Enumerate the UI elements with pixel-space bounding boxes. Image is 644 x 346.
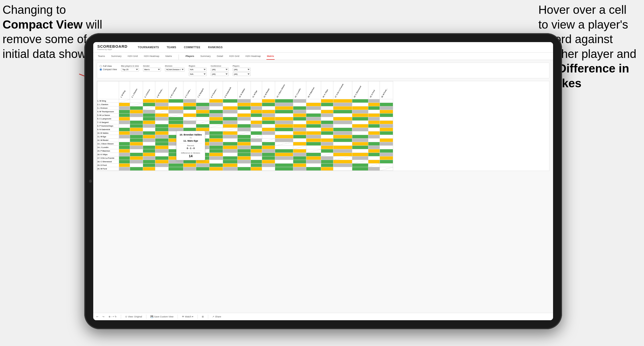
matrix-cell-5-15[interactable] <box>321 117 333 121</box>
matrix-cell-19-9[interactable] <box>238 167 251 171</box>
matrix-cell-4-17[interactable] <box>352 114 368 117</box>
matrix-cell-1-16[interactable] <box>333 103 352 106</box>
matrix-cell-17-16[interactable] <box>333 160 352 164</box>
matrix-cell-6-4[interactable] <box>169 121 183 124</box>
matrix-cell-5-3[interactable] <box>155 117 169 121</box>
matrix-cell-6-19[interactable] <box>380 121 393 124</box>
matrix-cell-1-18[interactable] <box>368 103 380 106</box>
matrix-cell-1-9[interactable] <box>238 103 251 106</box>
matrix-cell-15-0[interactable] <box>119 153 130 156</box>
matrix-cell-12-10[interactable] <box>251 142 262 146</box>
matrix-cell-18-7[interactable] <box>209 164 223 167</box>
matrix-cell-7-1[interactable] <box>130 124 143 128</box>
sub-tab-summary2[interactable]: Summary <box>200 54 211 60</box>
matrix-cell-9-16[interactable] <box>333 131 352 135</box>
matrix-cell-17-19[interactable] <box>380 160 393 164</box>
matrix-cell-7-12[interactable] <box>275 124 293 128</box>
matrix-cell-5-8[interactable] <box>223 117 238 121</box>
matrix-cell-10-1[interactable] <box>130 135 143 139</box>
matrix-cell-7-16[interactable] <box>333 124 352 128</box>
matrix-cell-6-13[interactable] <box>293 121 306 124</box>
matrix-cell-10-11[interactable] <box>262 135 275 139</box>
matrix-cell-9-9[interactable] <box>238 131 251 135</box>
matrix-cell-17-1[interactable] <box>130 160 143 164</box>
matrix-cell-14-15[interactable] <box>321 149 333 153</box>
matrix-cell-19-18[interactable] <box>368 167 380 171</box>
matrix-cell-1-10[interactable] <box>251 103 262 106</box>
matrix-cell-19-7[interactable] <box>209 167 223 171</box>
matrix-cell-18-17[interactable] <box>352 164 368 167</box>
matrix-cell-10-10[interactable] <box>251 135 262 139</box>
matrix-cell-0-4[interactable] <box>169 99 183 103</box>
matrix-cell-3-6[interactable] <box>196 110 209 114</box>
matrix-cell-10-13[interactable] <box>293 135 306 139</box>
matrix-cell-14-12[interactable] <box>275 149 293 153</box>
matrix-cell-6-7[interactable] <box>209 121 223 124</box>
matrix-cell-6-14[interactable] <box>306 121 321 124</box>
matrix-cell-4-8[interactable] <box>223 114 238 117</box>
sub-tab-teams[interactable]: Teams <box>97 54 106 60</box>
matrix-cell-7-2[interactable] <box>143 124 155 128</box>
gender-select[interactable]: Men's <box>143 68 161 71</box>
matrix-cell-4-3[interactable] <box>155 114 169 117</box>
matrix-cell-17-11[interactable] <box>262 160 275 164</box>
matrix-cell-1-15[interactable] <box>321 103 333 106</box>
matrix-cell-4-10[interactable] <box>251 114 262 117</box>
matrix-cell-2-6[interactable] <box>196 106 209 110</box>
matrix-cell-8-12[interactable] <box>275 128 293 131</box>
matrix-cell-8-10[interactable] <box>251 128 262 131</box>
matrix-cell-15-13[interactable] <box>293 153 306 156</box>
matrix-cell-14-18[interactable] <box>368 149 380 153</box>
matrix-cell-12-1[interactable] <box>130 142 143 146</box>
matrix-cell-13-17[interactable] <box>352 146 368 149</box>
matrix-cell-11-12[interactable] <box>275 139 293 142</box>
matrix-cell-13-10[interactable] <box>251 146 262 149</box>
sub-tab-detail[interactable]: Detail <box>216 54 224 60</box>
matrix-cell-3-7[interactable] <box>209 110 223 114</box>
matrix-cell-11-10[interactable] <box>251 139 262 142</box>
nav-teams[interactable]: TEAMS <box>167 45 176 50</box>
matrix-cell-0-11[interactable] <box>262 99 275 103</box>
matrix-cell-5-11[interactable] <box>262 117 275 121</box>
matrix-cell-2-12[interactable] <box>275 106 293 110</box>
division-select[interactable]: NCAA Division I <box>165 68 185 71</box>
matrix-cell-19-2[interactable] <box>143 167 155 171</box>
matrix-cell-7-6[interactable] <box>196 124 209 128</box>
matrix-cell-18-12[interactable] <box>275 164 293 167</box>
matrix-cell-8-7[interactable] <box>209 128 223 131</box>
matrix-cell-16-1[interactable] <box>130 156 143 160</box>
matrix-cell-14-19[interactable] <box>380 149 393 153</box>
matrix-cell-18-18[interactable] <box>368 164 380 167</box>
matrix-cell-2-14[interactable] <box>306 106 321 110</box>
matrix-cell-4-4[interactable] <box>169 114 183 117</box>
matrix-cell-3-17[interactable] <box>352 110 368 114</box>
matrix-cell-11-19[interactable] <box>380 139 393 142</box>
matrix-cell-7-5[interactable] <box>183 124 196 128</box>
matrix-cell-13-1[interactable] <box>130 146 143 149</box>
matrix-cell-11-9[interactable] <box>238 139 251 142</box>
matrix-cell-12-8[interactable] <box>223 142 238 146</box>
matrix-cell-14-2[interactable] <box>143 149 155 153</box>
matrix-cell-12-9[interactable] <box>238 142 251 146</box>
matrix-cell-11-7[interactable] <box>209 139 223 142</box>
matrix-cell-2-15[interactable] <box>321 106 333 110</box>
matrix-cell-8-0[interactable] <box>119 128 130 131</box>
matrix-cell-11-15[interactable] <box>321 139 333 142</box>
matrix-cell-6-5[interactable] <box>183 121 196 124</box>
matrix-cell-14-8[interactable] <box>223 149 238 153</box>
matrix-cell-13-11[interactable] <box>262 146 275 149</box>
matrix-cell-15-16[interactable] <box>333 153 352 156</box>
matrix-cell-8-19[interactable] <box>380 128 393 131</box>
matrix-cell-11-17[interactable] <box>352 139 368 142</box>
matrix-cell-7-18[interactable] <box>368 124 380 128</box>
matrix-cell-2-9[interactable] <box>238 106 251 110</box>
matrix-cell-9-14[interactable] <box>306 131 321 135</box>
matrix-cell-1-7[interactable] <box>209 103 223 106</box>
matrix-cell-6-1[interactable] <box>130 121 143 124</box>
matrix-cell-15-7[interactable] <box>209 153 223 156</box>
matrix-cell-2-0[interactable] <box>119 106 130 110</box>
matrix-cell-3-4[interactable] <box>169 110 183 114</box>
matrix-cell-6-3[interactable] <box>155 121 169 124</box>
matrix-cell-3-11[interactable] <box>262 110 275 114</box>
matrix-cell-11-11[interactable] <box>262 139 275 142</box>
